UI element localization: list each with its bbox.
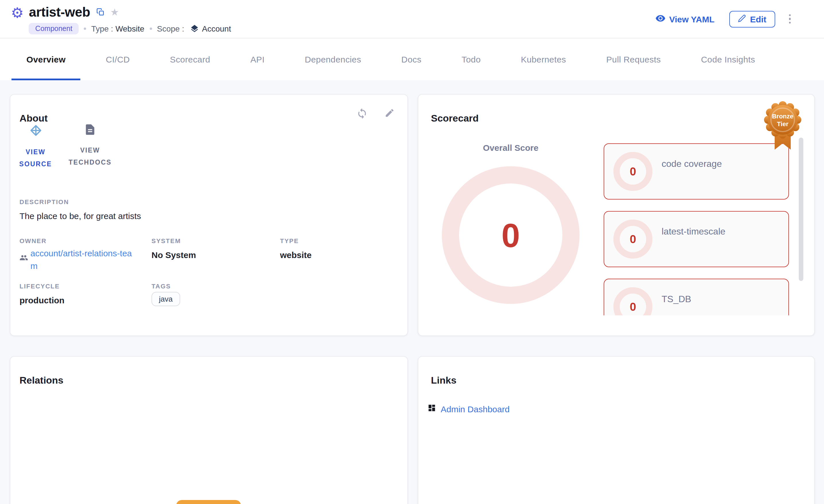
metric-score-value: 0 xyxy=(630,300,636,313)
kebab-menu-icon[interactable] xyxy=(787,12,793,26)
overview-content: About VIEW SOURCE VIEW TECHDOCS xyxy=(0,80,824,504)
type-value: Website xyxy=(115,24,144,33)
links-card: Links Admin Dashboard xyxy=(418,356,815,504)
about-card-title: About xyxy=(19,113,47,124)
kebab-dot xyxy=(789,22,791,24)
metric-score-ring: 0 xyxy=(613,152,652,191)
about-card: About VIEW SOURCE VIEW TECHDOCS xyxy=(10,94,408,336)
link-row-admin-dashboard[interactable]: Admin Dashboard xyxy=(427,404,510,414)
edit-button-label: Edit xyxy=(750,14,766,24)
metric-score-value: 0 xyxy=(630,165,636,178)
dashboard-icon xyxy=(427,404,436,414)
eye-icon xyxy=(655,13,665,25)
tab-todo[interactable]: Todo xyxy=(447,38,496,80)
description-label: DESCRIPTION xyxy=(19,199,69,205)
edit-about-pencil-icon[interactable] xyxy=(385,108,395,119)
about-card-actions xyxy=(356,108,395,119)
title-row: artist-web xyxy=(29,5,231,19)
overall-score-gauge: 0 xyxy=(442,166,580,304)
kind-chip: Component xyxy=(29,23,79,34)
tab-kubernetes[interactable]: Kubernetes xyxy=(506,38,581,80)
view-yaml-link[interactable]: View YAML xyxy=(655,13,714,25)
type-label: Type : xyxy=(91,24,113,33)
metric-score-value: 0 xyxy=(630,233,636,246)
metric-name: code coverage xyxy=(661,159,722,169)
metric-name: latest-timescale xyxy=(661,227,725,237)
component-gear-icon xyxy=(11,6,24,38)
links-card-title: Links xyxy=(431,375,456,386)
entity-tabs: Overview CI/CD Scorecard API Dependencie… xyxy=(0,38,824,80)
entity-header-left: artist-web Component Type : Website Scop… xyxy=(0,0,231,38)
view-source-label: VIEW SOURCE xyxy=(18,146,53,170)
tab-pull-requests[interactable]: Pull Requests xyxy=(591,38,676,80)
title-block: artist-web Component Type : Website Scop… xyxy=(29,5,231,38)
tier-badge-line2: Tier xyxy=(777,120,789,128)
dot-separator xyxy=(149,27,152,30)
tab-api[interactable]: API xyxy=(235,38,280,80)
kebab-dot xyxy=(789,14,791,16)
owner-value: account/artist-relations-team xyxy=(19,247,141,272)
description-value: The place to be, for great artists xyxy=(19,211,141,221)
entity-header-actions: View YAML Edit xyxy=(655,0,824,38)
metric-score-ring: 0 xyxy=(613,287,652,316)
scorecard-metric-list: 0 code coverage 0 latest-timescale 0 TS_… xyxy=(604,143,789,316)
lifecycle-value: production xyxy=(19,295,65,305)
relation-graph-node[interactable] xyxy=(176,500,241,504)
view-source-button[interactable]: VIEW SOURCE xyxy=(15,123,56,170)
dot-separator xyxy=(84,27,86,30)
tab-scorecard[interactable]: Scorecard xyxy=(155,38,225,80)
owner-label: OWNER xyxy=(19,237,46,244)
layers-icon xyxy=(190,24,199,33)
system-value: No System xyxy=(151,250,196,260)
relations-card: Relations xyxy=(10,356,408,504)
entity-meta-row: Component Type : Website Scope : Account xyxy=(29,22,231,35)
view-techdocs-label: VIEW TECHDOCS xyxy=(67,144,113,168)
metric-score-ring: 0 xyxy=(613,220,652,259)
view-techdocs-button[interactable]: VIEW TECHDOCS xyxy=(66,123,114,168)
svg-text:Bronze: Bronze xyxy=(772,113,794,120)
page-title: artist-web xyxy=(29,5,90,19)
tag-chip-java[interactable]: java xyxy=(151,292,180,306)
tab-overview[interactable]: Overview xyxy=(11,38,81,80)
tab-dependencies[interactable]: Dependencies xyxy=(290,38,376,80)
scope-label: Scope : xyxy=(157,24,184,33)
overall-score-value: 0 xyxy=(502,216,520,254)
metric-card-latest-timescale[interactable]: 0 latest-timescale xyxy=(604,211,789,267)
tab-docs[interactable]: Docs xyxy=(387,38,436,80)
type-field-label: TYPE xyxy=(280,237,299,244)
refresh-icon[interactable] xyxy=(356,108,368,119)
tags-label: TAGS xyxy=(151,283,171,289)
scorecard-card: Scorecard Overall Score 0 0 code coverag… xyxy=(418,94,815,336)
people-icon xyxy=(19,253,28,264)
admin-dashboard-link[interactable]: Admin Dashboard xyxy=(441,404,510,414)
system-label: SYSTEM xyxy=(151,237,181,244)
metric-name: TS_DB xyxy=(661,294,691,304)
view-yaml-label: View YAML xyxy=(669,14,714,24)
metric-card-ts-db[interactable]: 0 TS_DB xyxy=(604,279,789,316)
kebab-dot xyxy=(789,18,791,20)
pencil-icon xyxy=(738,14,746,24)
source-code-icon xyxy=(28,123,43,140)
copy-icon[interactable] xyxy=(96,8,104,16)
lifecycle-label: LIFECYCLE xyxy=(19,283,60,289)
relations-card-title: Relations xyxy=(19,375,64,386)
tab-cicd[interactable]: CI/CD xyxy=(91,38,145,80)
page: artist-web Component Type : Website Scop… xyxy=(0,0,824,504)
overall-score-label: Overall Score xyxy=(442,143,580,152)
favorite-star-icon[interactable] xyxy=(110,7,119,17)
type-field-value: website xyxy=(280,250,312,260)
scorecard-card-title: Scorecard xyxy=(431,113,479,124)
svg-text:Tier: Tier xyxy=(777,120,789,128)
scorecard-scrollbar[interactable] xyxy=(799,138,803,281)
owner-team-link[interactable]: account/artist-relations-team xyxy=(30,247,138,272)
tab-code-insights[interactable]: Code Insights xyxy=(686,38,770,80)
entity-header: artist-web Component Type : Website Scop… xyxy=(0,0,824,38)
bronze-tier-badge: Bronze Tier xyxy=(761,99,805,154)
tier-badge-line1: Bronze xyxy=(772,113,794,120)
edit-button[interactable]: Edit xyxy=(729,11,775,27)
scope-value: Account xyxy=(202,24,231,33)
techdocs-document-icon xyxy=(84,123,96,138)
